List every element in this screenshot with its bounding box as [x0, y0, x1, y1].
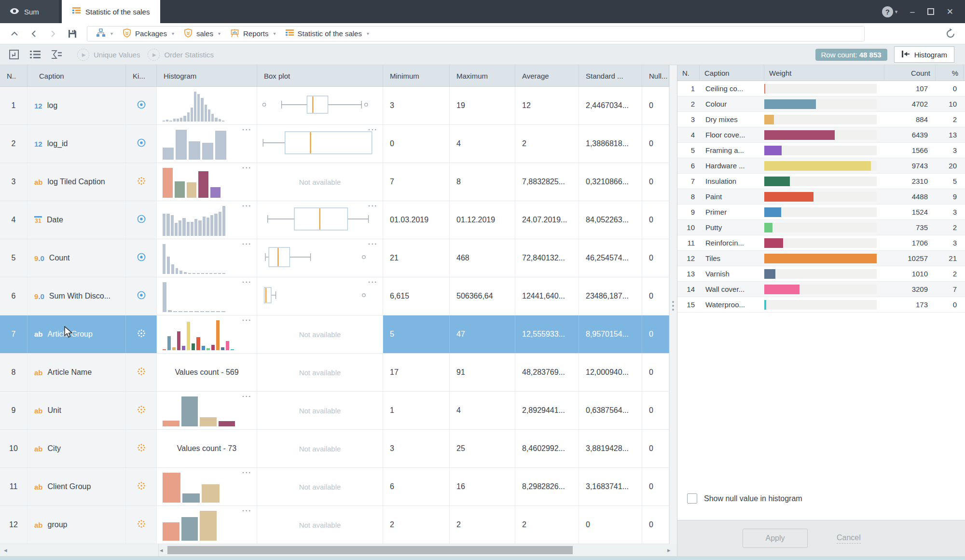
nav-up-button[interactable]	[7, 27, 22, 41]
table-row-group[interactable]: 12abgroup···Not available22200	[0, 506, 669, 544]
panel-row-ceiling-co-[interactable]: 1Ceiling co...1070	[677, 81, 965, 96]
column-header-histogram[interactable]: Histogram	[157, 65, 257, 86]
run-button-unique-values[interactable]: ▶Unique Values	[77, 49, 140, 61]
caption-cell[interactable]: 12log	[28, 87, 126, 124]
table-settings-icon[interactable]	[6, 47, 22, 62]
histogram-cell[interactable]: ···	[157, 315, 257, 353]
scrollbar-thumb[interactable]	[167, 546, 573, 554]
histogram-cell[interactable]: ···	[157, 125, 257, 163]
nav-back-button[interactable]	[26, 27, 41, 41]
cancel-button[interactable]: Cancel	[837, 533, 861, 544]
panel-row-primer[interactable]: 9Primer15243	[677, 205, 965, 220]
histogram-cell[interactable]: ···	[157, 239, 257, 277]
breadcrumb-item-statistic-of-the-sales[interactable]: Statistic of the sales▾	[282, 29, 373, 38]
refresh-icon[interactable]	[943, 27, 958, 41]
panel-row-floor-cove-[interactable]: 4Floor cove...643913	[677, 127, 965, 143]
panel-row-insulation[interactable]: 7Insulation23105	[677, 174, 965, 189]
table-row-unit[interactable]: 9abUnit···Not available142,8929441...0,6…	[0, 392, 669, 430]
run-button-order-statistics[interactable]: ▶Order Statistics	[148, 49, 214, 61]
scroll-left-icon[interactable]: ◂	[4, 546, 13, 554]
breadcrumb-item[interactable]: ▾	[92, 28, 117, 39]
caption-cell[interactable]: 31Date	[28, 201, 126, 239]
list-icon[interactable]	[27, 47, 43, 62]
caption-cell[interactable]: ablog Tiled Caption	[28, 163, 126, 201]
caption-cell[interactable]: 9.0Count	[28, 239, 126, 277]
histogram-cell[interactable]: ···	[157, 392, 257, 429]
breadcrumb-item-packages[interactable]: Packages▾	[119, 28, 178, 39]
caption-cell[interactable]: abgroup	[28, 506, 126, 544]
panel-header-count[interactable]: Count	[884, 65, 936, 81]
column-header-average[interactable]: Average	[515, 65, 579, 86]
apply-button[interactable]: Apply	[743, 529, 808, 548]
panel-row-paint[interactable]: 8Paint44889	[677, 189, 965, 205]
column-header-n[interactable]: N..	[0, 65, 28, 86]
histogram-cell[interactable]: ···	[157, 201, 257, 239]
chevron-down-icon[interactable]: ▾	[367, 31, 369, 36]
panel-row-reinforcin-[interactable]: 11Reinforcin...17063	[677, 235, 965, 251]
sigma-statistics-icon[interactable]	[48, 47, 65, 62]
histogram-cell[interactable]: Values count - 73	[157, 430, 257, 467]
table-row-article-group[interactable]: 7abArticle Group···Not available54712,55…	[0, 315, 669, 354]
column-header-standard[interactable]: Standard ...	[579, 65, 642, 86]
caption-cell[interactable]: 9.0Sum With Disco...	[28, 277, 126, 315]
chevron-down-icon[interactable]: ▾	[110, 31, 113, 36]
histogram-toggle-button[interactable]: Histogram	[894, 46, 954, 63]
breadcrumb-item-reports[interactable]: Reports▾	[226, 28, 280, 39]
panel-header-caption[interactable]: Caption	[700, 65, 764, 81]
panel-row-colour[interactable]: 2Colour470210	[677, 96, 965, 112]
caption-cell[interactable]: abArticle Group	[28, 315, 126, 353]
column-header-maximum[interactable]: Maximum	[450, 65, 515, 86]
save-icon[interactable]	[65, 27, 80, 41]
panel-header-weight[interactable]: Weight	[764, 65, 884, 81]
caption-cell[interactable]: abArticle Name	[28, 354, 126, 391]
table-row-log-id[interactable]: 212log_id······0421,3886818...0	[0, 125, 669, 163]
close-button[interactable]: ✕	[947, 8, 953, 16]
splitter-grip[interactable]	[672, 301, 674, 311]
column-header-minimum[interactable]: Minimum	[383, 65, 450, 86]
histogram-cell[interactable]	[157, 87, 257, 124]
chevron-down-icon[interactable]: ▾	[274, 31, 276, 36]
help-button[interactable]: ? ▾	[882, 6, 898, 17]
caption-cell[interactable]: abUnit	[28, 392, 126, 429]
maximize-button[interactable]	[927, 8, 934, 15]
histogram-cell[interactable]: Values count - 569	[157, 354, 257, 391]
table-row-log[interactable]: 112log319122,4467034...0	[0, 87, 669, 125]
table-row-count[interactable]: 59.0Count······2146872,840132...46,25457…	[0, 239, 669, 277]
scroll-right-icon[interactable]: ▸	[667, 546, 676, 554]
panel-header-[interactable]: %	[936, 65, 964, 81]
caption-cell[interactable]: 12log_id	[28, 125, 126, 163]
breadcrumb-item-sales[interactable]: sales▾	[180, 28, 224, 39]
panel-row-waterproo-[interactable]: 15Waterproo...1730	[677, 297, 965, 313]
caption-cell[interactable]: abCity	[28, 430, 126, 467]
histogram-cell[interactable]: ···	[157, 468, 257, 505]
table-row-client-group[interactable]: 11abClient Group···Not available6168,298…	[0, 468, 669, 506]
column-header-null[interactable]: Null...	[642, 65, 669, 86]
table-row-sum-with-disco-[interactable]: 69.0Sum With Disco...······6,615506366,6…	[0, 277, 669, 315]
chevron-down-icon[interactable]: ▾	[218, 31, 221, 36]
panel-row-wall-cover-[interactable]: 14Wall cover...32097	[677, 282, 965, 297]
column-header-ki[interactable]: Ki...	[126, 65, 157, 86]
column-header-caption[interactable]: Caption	[28, 65, 126, 86]
histogram-cell[interactable]: ···	[157, 277, 257, 315]
chevron-down-icon[interactable]: ▾	[172, 31, 174, 36]
panel-row-tiles[interactable]: 12Tiles1025721	[677, 251, 965, 266]
histogram-cell[interactable]: ···	[157, 163, 257, 201]
panel-header-n[interactable]: N.	[677, 65, 700, 81]
tab-statistic-of-the-sales[interactable]: Statistic of the sales	[62, 0, 160, 23]
table-row-log-tiled-caption[interactable]: 3ablog Tiled Caption···Not available787,…	[0, 163, 669, 201]
panel-row-hardware-[interactable]: 6Hardware ...974320	[677, 158, 965, 174]
nav-forward-button[interactable]	[45, 27, 61, 41]
panel-row-framing-a-[interactable]: 5Framing a...15663	[677, 143, 965, 158]
panel-row-varnish[interactable]: 13Varnish10102	[677, 266, 965, 282]
column-header-boxplot[interactable]: Box plot	[257, 65, 383, 86]
histogram-cell[interactable]: ···	[157, 506, 257, 544]
minimize-button[interactable]: –	[910, 8, 914, 16]
table-row-city[interactable]: 10abCityValues count - 73Not available32…	[0, 430, 669, 468]
panel-row-dry-mixes[interactable]: 3Dry mixes8842	[677, 112, 965, 127]
vertical-scrollbar[interactable]	[669, 65, 677, 544]
show-null-checkbox[interactable]	[687, 493, 697, 504]
panel-row-putty[interactable]: 10Putty7352	[677, 220, 965, 235]
table-row-date[interactable]: 431Date······01.03.201901.12.201924.07.2…	[0, 201, 669, 239]
table-row-article-name[interactable]: 8abArticle NameValues count - 569Not ava…	[0, 354, 669, 392]
tab-sum[interactable]: Sum	[0, 0, 59, 23]
